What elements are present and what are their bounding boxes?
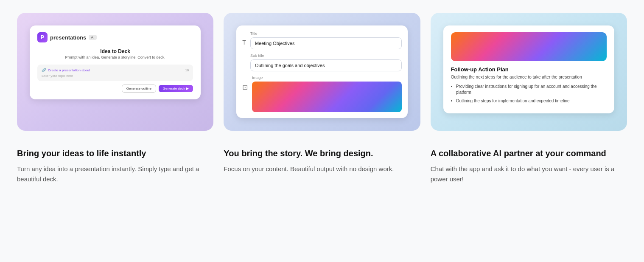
card-idea-to-deck: P presentations AI Idea to Deck Prompt w… bbox=[17, 13, 213, 131]
image-label: Image bbox=[252, 76, 401, 80]
idea-to-deck-header: Idea to Deck Prompt with an idea. Genera… bbox=[37, 48, 193, 59]
feature-3-desc: Chat with the app and ask it to do what … bbox=[431, 164, 627, 184]
image-area: Image bbox=[252, 76, 401, 112]
slide-image-preview bbox=[252, 82, 401, 112]
action-buttons: Generate outline Generate deck ▶ bbox=[37, 85, 193, 93]
feature-2: You bring the story. We bring design. Fo… bbox=[224, 148, 420, 184]
card-slide-editor: T Title Meeting Objectives T Sub title O… bbox=[224, 13, 420, 131]
title-field: Title Meeting Objectives bbox=[250, 31, 402, 49]
prompt-label: 🔗 Create a presentation about 10 bbox=[42, 68, 189, 72]
cards-grid: P presentations AI Idea to Deck Prompt w… bbox=[17, 13, 627, 131]
prompt-area: 🔗 Create a presentation about 10 Enter y… bbox=[37, 65, 193, 81]
generate-outline-button[interactable]: Generate outline bbox=[122, 85, 156, 93]
feature-2-title: You bring the story. We bring design. bbox=[224, 148, 420, 159]
idea-to-deck-subtitle: Prompt with an idea. Generate a storylin… bbox=[37, 55, 193, 59]
title-input[interactable]: Meeting Objectives bbox=[250, 37, 402, 49]
feature-3-title: A collaborative AI partner at your comma… bbox=[431, 148, 627, 159]
subtitle-input[interactable]: Outlining the goals and objectives bbox=[250, 59, 402, 71]
feature-1-desc: Turn any idea into a presentation instan… bbox=[17, 164, 213, 184]
features-grid: Bring your ideas to life instantly Turn … bbox=[17, 148, 627, 184]
feature-1-title: Bring your ideas to life instantly bbox=[17, 148, 213, 159]
app-header: P presentations AI bbox=[37, 32, 193, 42]
text-icon: T bbox=[242, 39, 246, 46]
subtitle-field: Sub title Outlining the goals and object… bbox=[250, 54, 402, 71]
followup-content: Follow-up Action Plan Outlining the next… bbox=[443, 25, 614, 113]
followup-bullets: Providing clear instructions for signing… bbox=[451, 84, 607, 104]
title-row: T Title Meeting Objectives bbox=[242, 31, 401, 49]
followup-banner bbox=[451, 32, 607, 61]
app-mockup: P presentations AI Idea to Deck Prompt w… bbox=[30, 25, 201, 99]
feature-3: A collaborative AI partner at your comma… bbox=[431, 148, 627, 184]
followup-subtitle: Outlining the next steps for the audienc… bbox=[451, 74, 607, 80]
idea-to-deck-title: Idea to Deck bbox=[37, 48, 193, 54]
bullet-item: Outlining the steps for implementation a… bbox=[451, 98, 607, 104]
prompt-placeholder: Enter your topic here bbox=[42, 74, 189, 78]
subtitle-label: Sub title bbox=[250, 54, 402, 58]
arrow-icon: ▶ bbox=[186, 87, 189, 90]
bullet-item: Providing clear instructions for signing… bbox=[451, 84, 607, 96]
image-row: ⊡ Image bbox=[242, 76, 401, 112]
card-followup: Follow-up Action Plan Outlining the next… bbox=[431, 13, 627, 131]
followup-title: Follow-up Action Plan bbox=[451, 66, 607, 73]
title-label: Title bbox=[250, 31, 402, 36]
feature-2-desc: Focus on your content. Beautiful output … bbox=[224, 164, 420, 174]
subtitle-row: T Sub title Outlining the goals and obje… bbox=[242, 54, 401, 71]
app-badge: AI bbox=[89, 35, 97, 40]
counter: 10 bbox=[185, 68, 189, 72]
generate-deck-button[interactable]: Generate deck ▶ bbox=[159, 85, 193, 92]
feature-1: Bring your ideas to life instantly Turn … bbox=[17, 148, 213, 184]
slide-mockup: T Title Meeting Objectives T Sub title O… bbox=[236, 25, 407, 118]
app-logo-icon: P bbox=[37, 32, 48, 42]
image-icon: ⊡ bbox=[242, 83, 248, 91]
app-name: presentations bbox=[50, 34, 86, 41]
